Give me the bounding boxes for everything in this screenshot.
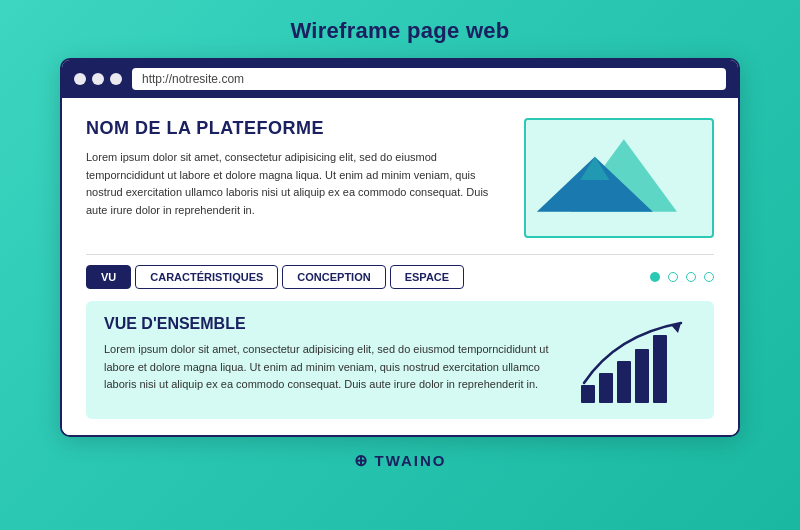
indicator-dot-3 [686,272,696,282]
indicator-dot-4 [704,272,714,282]
url-bar[interactable]: http://notresite.com [132,68,726,90]
mountain-svg [526,120,712,236]
overview-title: VUE D'ENSEMBLE [104,315,556,333]
indicator-dot-2 [668,272,678,282]
svg-rect-4 [581,385,595,403]
browser-dots [74,73,122,85]
chart-area [576,315,696,405]
section-top-left: NOM DE LA PLATEFORME Lorem ipsum dolor s… [86,118,504,219]
overview-lorem: Lorem ipsum dolor sit amet, consectetur … [104,341,556,394]
tabs-row: VU CARACTÉRISTIQUES CONCEPTION ESPACE [86,254,714,289]
tabs-group: VU CARACTÉRISTIQUES CONCEPTION ESPACE [86,265,634,289]
url-text: http://notresite.com [142,72,244,86]
overview-section: VUE D'ENSEMBLE Lorem ipsum dolor sit ame… [86,301,714,419]
browser-content: NOM DE LA PLATEFORME Lorem ipsum dolor s… [62,98,738,435]
indicator-dot-1 [650,272,660,282]
svg-rect-6 [617,361,631,403]
overview-left: VUE D'ENSEMBLE Lorem ipsum dolor sit ame… [104,315,556,394]
chart-svg [576,315,696,405]
hero-image-placeholder [524,118,714,238]
svg-rect-5 [599,373,613,403]
page-title: Wireframe page web [290,18,509,44]
tab-espace[interactable]: ESPACE [390,265,464,289]
section-top: NOM DE LA PLATEFORME Lorem ipsum dolor s… [86,118,714,238]
tab-vu[interactable]: VU [86,265,131,289]
browser-window: http://notresite.com NOM DE LA PLATEFORM… [60,58,740,437]
platform-name: NOM DE LA PLATEFORME [86,118,504,139]
brand-footer: ⊕ TWAINO [354,451,447,470]
tab-conception[interactable]: CONCEPTION [282,265,385,289]
svg-rect-7 [635,349,649,403]
tab-caracteristiques[interactable]: CARACTÉRISTIQUES [135,265,278,289]
browser-dot-1 [74,73,86,85]
brand-name: TWAINO [375,452,447,469]
svg-rect-8 [653,335,667,403]
dots-indicator [650,272,714,282]
browser-dot-2 [92,73,104,85]
brand-icon: ⊕ [354,451,369,470]
browser-bar: http://notresite.com [62,60,738,98]
browser-dot-3 [110,73,122,85]
hero-lorem: Lorem ipsum dolor sit amet, consectetur … [86,149,504,219]
